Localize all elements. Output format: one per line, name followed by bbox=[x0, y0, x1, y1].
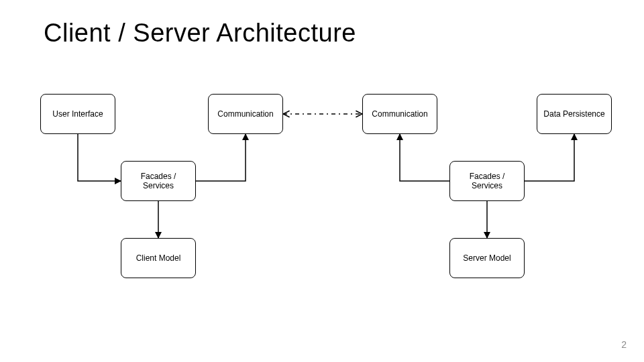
box-label: Facades /Services bbox=[470, 172, 505, 191]
box-communication-client: Communication bbox=[208, 94, 283, 134]
connector-facades-to-persistence bbox=[525, 134, 574, 181]
box-client-model: Client Model bbox=[121, 238, 196, 278]
slide: Client / Server Architecture User Interf… bbox=[0, 0, 644, 362]
page-number: 2 bbox=[621, 339, 627, 350]
box-label: Server Model bbox=[463, 253, 511, 263]
box-label: Communication bbox=[217, 109, 273, 119]
connector-facades-to-comm-client bbox=[196, 134, 246, 181]
box-label: Communication bbox=[372, 109, 427, 119]
box-label: Data Persistence bbox=[543, 109, 604, 119]
box-server-model: Server Model bbox=[449, 238, 525, 278]
box-label: User Interface bbox=[52, 109, 103, 119]
box-data-persistence: Data Persistence bbox=[537, 94, 612, 134]
box-facades-client: Facades /Services bbox=[121, 161, 196, 201]
slide-title: Client / Server Architecture bbox=[44, 19, 356, 48]
box-facades-server: Facades /Services bbox=[449, 161, 525, 201]
connector-comm-to-facades-server bbox=[400, 134, 449, 181]
box-label: Facades /Services bbox=[141, 172, 176, 191]
box-user-interface: User Interface bbox=[40, 94, 115, 134]
connectors-layer bbox=[0, 0, 644, 362]
box-label: Client Model bbox=[136, 253, 181, 263]
box-communication-server: Communication bbox=[362, 94, 437, 134]
connector-ui-to-facades bbox=[78, 134, 121, 181]
